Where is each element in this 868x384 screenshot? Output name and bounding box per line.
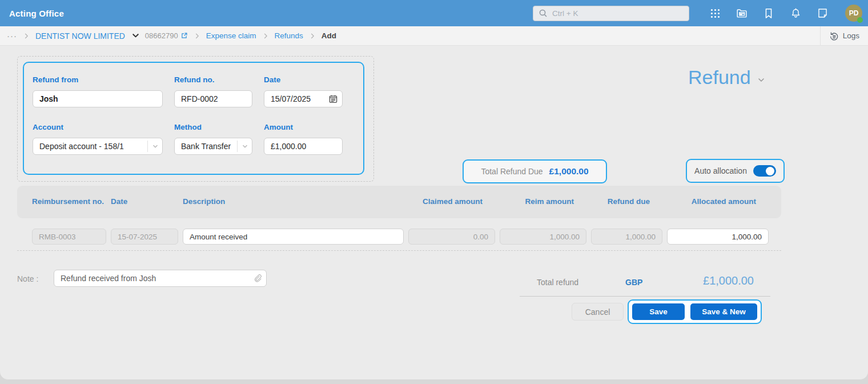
logs-label: Logs [843,31,859,40]
cancel-button[interactable]: Cancel [572,303,624,321]
document-type-dropdown[interactable]: Refund [688,66,766,89]
app-title: Acting Office [9,9,64,18]
allocation-table-header: Reimbursement no. Date Description Claim… [17,186,781,218]
column-header-description: Description [183,197,404,207]
chevron-right-icon [308,32,316,40]
refund-due-cell [591,229,662,245]
user-avatar[interactable]: PD [845,5,862,22]
column-header-allocated-amount: Allocated amount [667,197,769,207]
date-cell [111,229,178,245]
breadcrumb: ··· DENTIST NOW LIMITED 08662790 Expense… [7,31,336,41]
account-field: Account Deposit account - 158/1 [33,123,163,155]
column-header-date: Date [111,197,178,207]
breadcrumb-bar: ··· DENTIST NOW LIMITED 08662790 Expense… [0,26,868,46]
account-value: Deposit account - 158/1 [39,142,147,151]
company-chevron-down-icon[interactable] [131,31,140,40]
refund-form: Refund from Refund no. Date [23,62,364,175]
column-header-reimbursement-no: Reimbursement no. [32,197,106,207]
column-header-refund-due: Refund due [591,197,662,207]
content-area: Refund from Refund no. Date [0,46,868,379]
auto-allocation-box: Auto allocation [686,159,785,183]
search-input[interactable] [552,9,684,18]
breadcrumb-company[interactable]: DENTIST NOW LIMITED [35,31,125,41]
reim-amount-cell [500,229,586,245]
note-input[interactable] [54,270,267,287]
total-refund-value: £1,000.00 [668,274,754,287]
chevron-right-icon [193,32,201,40]
save-button[interactable]: Save [632,303,685,320]
global-search[interactable] [533,6,689,21]
workspace-folder-icon[interactable] [736,7,748,19]
breadcrumb-ellipsis[interactable]: ··· [7,31,17,41]
chevron-right-icon [22,32,30,40]
dashed-divider [17,250,781,251]
refund-no-field: Refund no. [174,75,252,107]
chevron-down-icon [757,75,766,85]
description-cell[interactable] [183,229,404,245]
breadcrumb-refunds[interactable]: Refunds [275,31,303,40]
chevron-right-icon [262,32,270,40]
note-label: Note : [17,274,38,283]
page: Acting Office [0,0,868,384]
auto-allocation-toggle[interactable] [753,165,776,177]
amount-field: Amount [264,123,343,155]
chevron-down-icon [237,141,252,152]
date-field: Date [264,75,343,107]
notifications-bell-icon[interactable] [789,7,802,19]
breadcrumb-add: Add [322,31,336,40]
history-icon [829,31,839,41]
save-button-group: Save Save & New [628,299,762,324]
search-icon [539,9,548,18]
external-link-icon[interactable] [180,32,188,39]
amount-label: Amount [264,123,343,131]
bookmark-icon[interactable] [762,7,775,19]
paperclip-icon[interactable] [253,274,262,283]
calendar-icon[interactable] [328,94,338,104]
currency-code: GBP [625,278,642,287]
column-header-reim-amount: Reim amount [500,197,586,207]
refund-form-outline: Refund from Refund no. Date [17,56,374,182]
total-refund-due-value: £1,000.00 [549,166,589,177]
online-status-dot [857,17,863,23]
total-refund-label: Total refund [537,278,578,287]
refund-no-input[interactable] [174,90,252,107]
auto-allocation-label: Auto allocation [694,166,747,175]
method-label: Method [174,123,252,131]
method-select[interactable]: Bank Transfer [174,138,252,155]
account-label: Account [33,123,163,131]
breadcrumb-expense-claim[interactable]: Expense claim [206,31,256,40]
notes-page-icon[interactable] [816,7,829,19]
claimed-amount-cell [408,229,495,245]
page-title: Refund [688,66,751,89]
reimbursement-no-cell [32,229,106,245]
method-value: Bank Transfer [181,142,237,151]
top-icons: PD [709,5,862,22]
account-select[interactable]: Deposit account - 158/1 [33,138,163,155]
top-bar: Acting Office [0,0,868,26]
method-field: Method Bank Transfer [174,123,252,155]
date-label: Date [264,75,343,84]
totals-divider [520,296,770,297]
column-header-claimed-amount: Claimed amount [408,197,495,207]
company-number: 08662790 [145,31,188,40]
refund-from-input[interactable] [33,90,163,107]
apps-grid-icon[interactable] [709,7,721,19]
amount-input[interactable] [264,138,343,155]
total-refund-due-box: Total Refund Due £1,000.00 [463,159,607,183]
avatar-initials: PD [849,9,859,17]
refund-from-field: Refund from [33,75,163,107]
save-and-new-button[interactable]: Save & New [690,303,757,320]
total-refund-due-label: Total Refund Due [481,167,542,176]
logs-button[interactable]: Logs [820,26,868,45]
refund-no-label: Refund no. [174,75,252,84]
table-row [32,229,769,245]
note-field [54,270,267,287]
allocated-amount-cell[interactable] [667,229,769,245]
refund-from-label: Refund from [33,75,163,84]
chevron-down-icon [147,141,162,152]
